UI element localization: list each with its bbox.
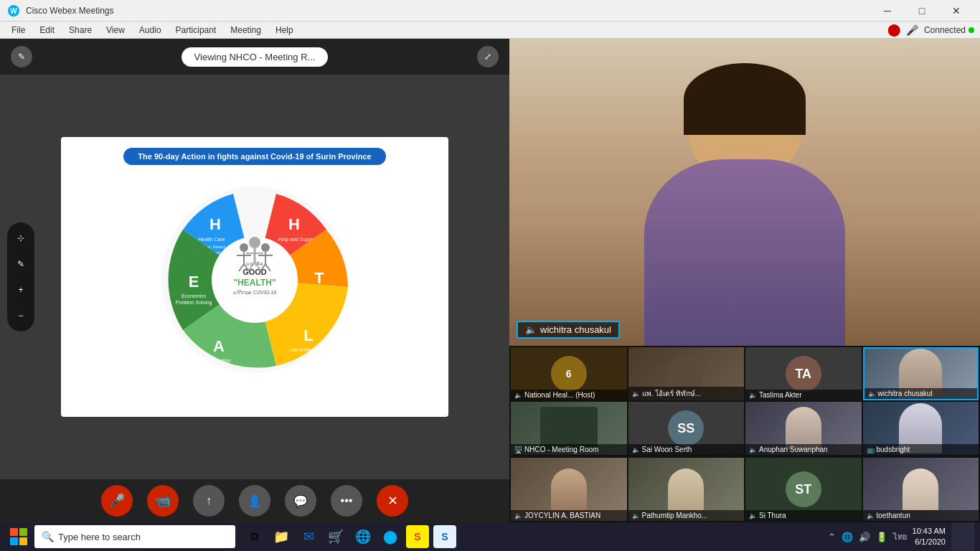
tray-icons: ⌃ 🌐 🔊 🔋 ไทย bbox=[828, 530, 907, 543]
title-bar-controls: ─ □ ✕ bbox=[871, 0, 973, 22]
svg-text:Adaptation: Adaptation bbox=[207, 358, 231, 364]
store-icon[interactable]: 🛒 bbox=[324, 525, 347, 548]
slide-container: The 90-day Action in fights against Covi… bbox=[61, 137, 448, 417]
participants-button[interactable]: 👤 bbox=[239, 485, 270, 517]
thumb-national-health: 6 🔈 National Heal... (Host) bbox=[511, 347, 627, 400]
thumb-budsbright: 📺 budsbright bbox=[863, 402, 979, 455]
svg-text:Economics: Economics bbox=[182, 293, 207, 298]
svg-text:"HEALTH": "HEALTH" bbox=[233, 278, 275, 288]
tray-network[interactable]: 🌐 bbox=[842, 532, 853, 542]
svg-text:Health Care: Health Care bbox=[198, 237, 225, 242]
thumb-screen-icon-7: 📺 bbox=[867, 446, 875, 453]
share-button[interactable]: ↑ bbox=[193, 485, 225, 517]
audio-status-icon: 🎤 bbox=[906, 24, 918, 36]
thumb-joycylin: 🔈 JOYCYLIN A. BASTIAN bbox=[511, 458, 627, 521]
thumb-wichitra: 🔈 wichitra chusakul bbox=[863, 347, 979, 400]
svg-text:Law Enforcement: Law Enforcement bbox=[289, 347, 329, 352]
thumbnail-grid: 6 🔈 National Heal... (Host) 🔈 แพ. โอ้เดร… bbox=[509, 346, 980, 456]
thumb-name-r2-1: 🔈 Pathumtip Mankho... bbox=[628, 510, 745, 521]
svg-text:L: L bbox=[303, 326, 313, 344]
thumb-mic-r2-2: 🔈 bbox=[749, 512, 757, 519]
webex-taskbar-icon[interactable]: ⬤ bbox=[379, 525, 402, 548]
thumb-name-1: 🔈 แพ. โอ้เดร์ ทิทักษ์... bbox=[628, 387, 745, 400]
thumb-name-7: 📺 budsbright bbox=[863, 444, 979, 455]
show-desktop-button[interactable] bbox=[951, 522, 974, 551]
taskbar-search-text: Type here to search bbox=[58, 532, 141, 542]
slide-area: ⊹ ✎ + − The 90-day Action in fights agai… bbox=[0, 75, 509, 479]
expand-button[interactable]: ⤢ bbox=[477, 46, 499, 67]
slide-diagram: H Health Care (Prevent, Detect, Response… bbox=[147, 172, 362, 387]
thumb-name-r2-2: 🔈 Si Thura bbox=[745, 510, 862, 521]
menu-participant[interactable]: Participant bbox=[170, 24, 222, 37]
tray-expand[interactable]: ⌃ bbox=[828, 532, 836, 542]
chrome-icon[interactable]: 🌐 bbox=[352, 525, 374, 548]
slide-title: The 90-day Action in fights against Covi… bbox=[123, 148, 385, 165]
thumb-anuphan: 🔈 Anuphan Suwanphan bbox=[745, 402, 862, 455]
zoom-in-button[interactable]: + bbox=[11, 280, 31, 300]
menu-file[interactable]: File bbox=[6, 24, 31, 37]
menu-share[interactable]: Share bbox=[63, 24, 98, 37]
close-button[interactable]: ✕ bbox=[940, 0, 973, 22]
mute-button[interactable]: 🎤 bbox=[101, 485, 133, 517]
tray-volume[interactable]: 🔊 bbox=[859, 532, 870, 542]
slide-inner: The 90-day Action in fights against Covi… bbox=[61, 137, 448, 417]
presentation-panel: ✎ Viewing NHCO - Meeting R... ⤢ ⊹ ✎ + − … bbox=[0, 39, 509, 522]
s-icon-2[interactable]: S bbox=[433, 525, 456, 548]
taskbar-search[interactable]: 🔍 Type here to search bbox=[34, 525, 235, 548]
video-button[interactable]: 📹 bbox=[147, 485, 179, 517]
menu-right: ⬤ 🎤 Connected bbox=[887, 23, 974, 37]
annotation-button[interactable]: ✎ bbox=[11, 46, 32, 67]
speaker-mic-icon: 🔈 bbox=[525, 324, 537, 335]
svg-text:GOOD: GOOD bbox=[242, 268, 267, 276]
mail-icon[interactable]: ✉ bbox=[297, 525, 320, 548]
menu-meeting[interactable]: Meeting bbox=[225, 24, 267, 37]
thumb-mic-r2-3: 🔈 bbox=[867, 512, 875, 519]
thumb-name-6: 🔈 Anuphan Suwanphan bbox=[745, 444, 862, 455]
file-explorer-icon[interactable]: 📁 bbox=[270, 525, 293, 548]
svg-text:E: E bbox=[189, 273, 199, 291]
language-indicator[interactable]: ไทย bbox=[893, 530, 907, 543]
chat-button[interactable]: 💬 bbox=[285, 485, 316, 517]
svg-text:Problem Solving: Problem Solving bbox=[176, 300, 212, 306]
taskbar-clock[interactable]: 10:43 AM 6/1/2020 bbox=[913, 526, 946, 548]
svg-text:T: T bbox=[314, 269, 324, 287]
thumb-sai: SS 🔈 Sai Woon Serth bbox=[628, 402, 745, 455]
end-button[interactable]: ✕ bbox=[377, 485, 408, 517]
menu-help[interactable]: Help bbox=[270, 24, 299, 37]
taskbar-search-icon: 🔍 bbox=[42, 531, 54, 542]
tray-battery[interactable]: 🔋 bbox=[876, 532, 887, 542]
taskbar: 🔍 Type here to search ⧉ 📁 ✉ 🛒 🌐 ⬤ S S ⌃ … bbox=[0, 522, 980, 551]
windows-logo bbox=[10, 528, 27, 545]
speaker-name-badge: 🔈 wichitra chusakul bbox=[517, 321, 620, 339]
menu-audio[interactable]: Audio bbox=[133, 24, 167, 37]
viewing-label: Viewing NHCO - Meeting R... bbox=[182, 47, 329, 67]
clock-date: 6/1/2020 bbox=[913, 537, 946, 547]
minimize-button[interactable]: ─ bbox=[871, 0, 904, 22]
svg-text:H: H bbox=[209, 215, 221, 233]
s-icon-1[interactable]: S bbox=[406, 525, 429, 548]
menu-view[interactable]: View bbox=[100, 24, 131, 37]
maximize-button[interactable]: □ bbox=[905, 0, 938, 22]
pen-tool[interactable]: ✎ bbox=[11, 254, 31, 274]
thumb-avatar-r2-2: ST bbox=[786, 471, 821, 507]
speaker-video bbox=[509, 39, 980, 346]
pointer-tool[interactable]: ⊹ bbox=[11, 228, 31, 248]
svg-text:แก้วิกฤต COVID-19: แก้วิกฤต COVID-19 bbox=[233, 290, 276, 296]
connected-dot bbox=[969, 27, 974, 33]
thumb-pathumtip: 🔈 Pathumtip Mankho... bbox=[628, 458, 745, 521]
task-view-button[interactable]: ⧉ bbox=[242, 525, 265, 548]
svg-text:H: H bbox=[288, 215, 300, 233]
more-button[interactable]: ••• bbox=[331, 485, 362, 517]
zoom-out-button[interactable]: − bbox=[11, 306, 31, 326]
thumb-name-3: 🔈 wichitra chusakul bbox=[864, 388, 978, 399]
thumb-name-2: 🔈 Taslima Akter bbox=[745, 390, 862, 400]
main-content: ✎ Viewing NHCO - Meeting R... ⤢ ⊹ ✎ + − … bbox=[0, 39, 980, 522]
thumb-mic-1: 🔈 bbox=[632, 390, 640, 397]
menu-edit[interactable]: Edit bbox=[34, 24, 60, 37]
thumb-name-r2-0: 🔈 JOYCYLIN A. BASTIAN bbox=[511, 510, 627, 521]
start-button[interactable] bbox=[6, 524, 32, 550]
menu-bar: File Edit Share View Audio Participant M… bbox=[0, 22, 980, 39]
svg-point-33 bbox=[261, 243, 270, 252]
title-bar-title: Cisco Webex Meetings bbox=[26, 6, 114, 16]
thumb-mic-5: 🔈 bbox=[632, 446, 640, 453]
